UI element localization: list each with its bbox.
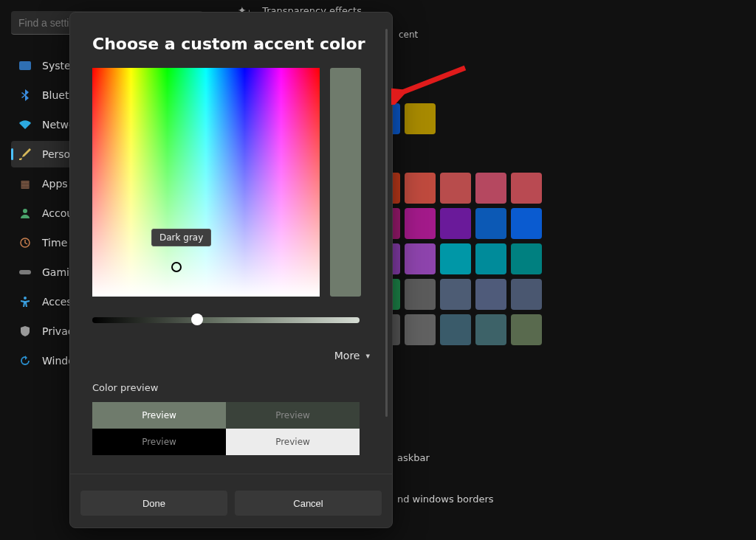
person-icon <box>18 207 32 220</box>
modal-title: Choose a custom accent color <box>92 35 370 53</box>
modal-scrollbar[interactable] <box>385 29 388 417</box>
svg-point-3 <box>24 297 27 300</box>
accent-color-swatch[interactable] <box>511 314 542 345</box>
chevron-down-icon: ▾ <box>365 351 370 361</box>
svg-rect-2 <box>19 270 31 274</box>
color-tooltip: Dark gray <box>151 229 211 246</box>
accent-color-swatch[interactable] <box>475 314 506 345</box>
color-preview-grid: Preview Preview Preview Preview <box>92 402 360 455</box>
more-toggle[interactable]: More ▾ <box>92 350 370 361</box>
color-preview-heading: Color preview <box>92 382 370 393</box>
accent-color-swatch[interactable] <box>511 243 542 274</box>
wifi-icon <box>18 118 32 131</box>
accent-color-swatch[interactable] <box>475 208 506 239</box>
more-label: More <box>334 350 360 361</box>
globe-clock-icon <box>18 236 32 249</box>
accent-color-swatch[interactable] <box>475 173 506 204</box>
color-field-cursor[interactable] <box>171 262 182 272</box>
paintbrush-icon <box>18 148 32 161</box>
monitor-icon <box>18 59 32 72</box>
accent-color-swatch[interactable] <box>405 208 436 239</box>
bluetooth-icon <box>18 89 32 102</box>
accent-color-swatch[interactable] <box>475 279 506 310</box>
sidebar-item-label: Apps <box>42 178 68 190</box>
slider-thumb[interactable] <box>191 314 203 325</box>
value-slider[interactable] <box>92 317 360 323</box>
accent-hint: cent <box>399 30 418 40</box>
accent-color-swatch[interactable] <box>405 314 436 345</box>
color-field[interactable]: Dark gray <box>92 68 320 297</box>
accent-color-swatch[interactable] <box>405 279 436 310</box>
borders-hint-text: nd windows borders <box>397 494 494 505</box>
accent-color-swatch[interactable] <box>440 243 471 274</box>
preview-tile-white: Preview <box>226 429 360 455</box>
accessibility-icon <box>18 295 32 308</box>
accent-color-swatch[interactable] <box>440 314 471 345</box>
accent-color-swatch[interactable] <box>511 173 542 204</box>
current-color-swatch <box>330 68 361 297</box>
accent-color-grid <box>369 103 542 345</box>
cancel-button[interactable]: Cancel <box>235 491 382 516</box>
taskbar-hint-text: askbar <box>397 452 430 463</box>
accent-color-swatch[interactable] <box>405 243 436 274</box>
gamepad-icon <box>18 266 32 279</box>
accent-color-swatch[interactable] <box>475 243 506 274</box>
update-icon <box>18 354 32 367</box>
svg-point-0 <box>23 209 27 213</box>
accent-color-swatch[interactable] <box>440 279 471 310</box>
accent-color-swatch[interactable] <box>405 173 436 204</box>
accent-color-swatch[interactable] <box>511 208 542 239</box>
preview-tile-accent-light: Preview <box>92 402 226 429</box>
accent-color-swatch[interactable] <box>511 279 542 310</box>
apps-icon: ▦ <box>18 177 32 190</box>
preview-tile-accent-dark: Preview <box>226 402 360 429</box>
accent-color-swatch[interactable] <box>440 208 471 239</box>
shield-icon <box>18 325 32 338</box>
done-button[interactable]: Done <box>80 491 227 516</box>
accent-color-swatch[interactable] <box>440 173 471 204</box>
accent-color-swatch[interactable] <box>405 103 436 134</box>
preview-tile-black: Preview <box>92 429 226 455</box>
custom-color-modal: Choose a custom accent color Dark gray M… <box>69 12 393 528</box>
